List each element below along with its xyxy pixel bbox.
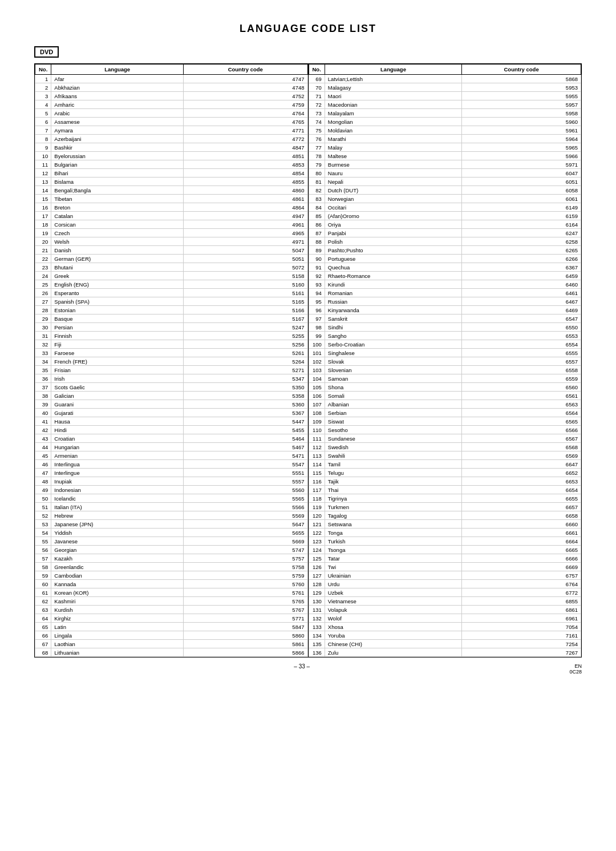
table-row: 114Tamil6647 [309,460,581,469]
table-row: 39Guarani5360 [35,400,308,409]
row-code: 6061 [462,195,581,203]
table-row: 16Breton4864 [35,203,308,212]
row-language: Finnish [51,332,184,340]
row-number: 86 [309,220,325,229]
row-code: 5847 [184,623,307,631]
row-language: Singhalese [325,349,461,357]
row-code: 5166 [184,306,307,314]
row-language: Malayalam [325,109,461,118]
row-language: Irish [51,374,184,383]
row-number: 23 [35,263,51,272]
row-language: Lingala [51,631,184,640]
row-code: 5051 [184,255,307,263]
row-code: 5861 [184,640,307,648]
row-code: 6566 [462,426,581,434]
table-row: 61Korean (KOR)5761 [35,588,308,597]
row-number: 107 [309,400,325,409]
row-number: 110 [309,426,325,434]
table-row: 57Kazakh5757 [35,554,308,563]
table-row: 36Irish5347 [35,374,308,383]
table-row: 98Sindhi6550 [309,323,581,332]
table-row: 46Interlingua5547 [35,460,308,469]
table-row: 49Indonesian5560 [35,486,308,494]
row-number: 65 [35,623,51,631]
row-code: 6553 [462,332,581,340]
row-code: 6557 [462,357,581,366]
row-code: 4847 [184,143,307,152]
row-language: Maltese [325,152,461,160]
row-code: 5966 [462,152,581,160]
row-code: 5167 [184,314,307,323]
row-number: 58 [35,563,51,571]
row-language: Pashto;Pushto [325,246,461,255]
row-code: 5447 [184,417,307,426]
row-code: 4771 [184,126,307,135]
row-number: 103 [309,366,325,374]
table-row: 113Swahili6569 [309,451,581,460]
row-number: 63 [35,606,51,614]
row-code: 5747 [184,546,307,554]
row-number: 10 [35,152,51,160]
row-number: 3 [35,92,51,100]
row-code: 5158 [184,272,307,280]
row-code: 6559 [462,374,581,383]
row-number: 28 [35,306,51,314]
row-number: 81 [309,178,325,186]
row-number: 90 [309,255,325,263]
row-language: Oriya [325,220,461,229]
row-language: Frisian [51,366,184,374]
row-language: Volapuk [325,606,461,614]
table-row: 32Fiji5256 [35,340,308,349]
table-row: 1Afar4747 [35,75,308,83]
row-code: 5350 [184,383,307,392]
row-number: 1 [35,75,51,83]
row-number: 84 [309,203,325,212]
table-row: 74Mongolian5960 [309,118,581,126]
row-number: 59 [35,571,51,580]
row-number: 106 [309,392,325,400]
row-number: 115 [309,469,325,477]
row-language: Fiji [51,340,184,349]
row-code: 6569 [462,451,581,460]
table-row: 33Faroese5261 [35,349,308,357]
table-row: 92Rhaeto-Romance6459 [309,272,581,280]
row-number: 126 [309,563,325,571]
row-code: 4772 [184,135,307,143]
row-language: Polish [325,237,461,246]
row-code: 4861 [184,195,307,203]
row-language: Malay [325,143,461,152]
row-language: Italian (ITA) [51,503,184,511]
row-language: Sindhi [325,323,461,332]
table-row: 121Setswana6660 [309,520,581,529]
row-language: Somali [325,392,461,400]
row-code: 6159 [462,212,581,220]
table-row: 23Bhutani5072 [35,263,308,272]
row-code: 6258 [462,237,581,246]
row-number: 53 [35,520,51,529]
row-number: 71 [309,92,325,100]
row-language: Hebrew [51,511,184,520]
row-number: 70 [309,83,325,92]
row-number: 130 [309,597,325,606]
row-language: Setswana [325,520,461,529]
row-code: 5547 [184,460,307,469]
row-code: 5868 [462,75,581,83]
row-number: 117 [309,486,325,494]
row-language: Sanskrit [325,314,461,323]
row-number: 2 [35,83,51,92]
row-number: 72 [309,100,325,109]
row-language: Uzbek [325,588,461,597]
left-col-code: Country code [184,64,307,75]
row-language: Dutch (DUT) [325,186,461,195]
row-language: Aymara [51,126,184,135]
row-code: 5964 [462,135,581,143]
row-code: 5569 [184,511,307,520]
row-code: 5860 [184,631,307,640]
row-language: Marathi [325,135,461,143]
row-code: 7267 [462,648,581,657]
row-language: Tonga [325,529,461,537]
table-row: 116Tajik6653 [309,477,581,486]
row-number: 21 [35,246,51,255]
row-code: 5759 [184,571,307,580]
row-language: Faroese [51,349,184,357]
